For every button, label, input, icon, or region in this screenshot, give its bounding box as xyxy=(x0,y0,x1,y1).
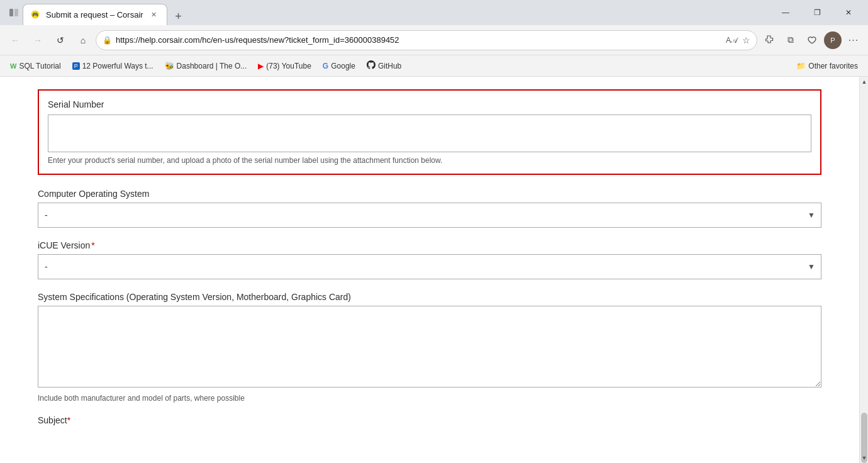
bookmark-youtube[interactable]: ▶ (73) YouTube xyxy=(253,60,316,72)
computer-os-section: Computer Operating System - Windows 10 W… xyxy=(38,189,821,228)
subject-required-marker: * xyxy=(67,415,70,425)
bookmarks-bar: W SQL Tutorial P 12 Powerful Ways t... 🐝… xyxy=(0,55,868,77)
icue-version-label: iCUE Version* xyxy=(38,240,821,250)
serial-number-input[interactable] xyxy=(48,114,811,152)
favorites-sidebar-btn[interactable] xyxy=(803,31,821,50)
split-view-btn[interactable]: ⧉ xyxy=(781,31,800,50)
bookmark-dashboard[interactable]: 🐝 Dashboard | The O... xyxy=(160,60,252,72)
subject-label: Subject* xyxy=(38,415,821,425)
scroll-area: Serial Number Enter your product's seria… xyxy=(0,77,859,463)
other-favorites-btn[interactable]: 📁 Other favorites xyxy=(791,60,863,72)
computer-os-dropdown-wrapper: - Windows 10 Windows 11 macOS Linux ▼ xyxy=(38,203,821,228)
system-specs-label: System Specifications (Operating System … xyxy=(38,292,821,302)
tab-title: Submit a request – Corsair xyxy=(46,10,143,20)
github-favicon xyxy=(367,60,376,71)
icue-version-section: iCUE Version* - 4.x 5.x ▼ xyxy=(38,240,821,279)
svg-rect-1 xyxy=(14,9,18,16)
profile-avatar[interactable]: P xyxy=(824,31,842,49)
lock-icon: 🔒 xyxy=(103,36,112,45)
icue-version-dropdown-wrapper: - 4.x 5.x ▼ xyxy=(38,254,821,279)
forward-btn[interactable]: → xyxy=(28,30,48,50)
computer-os-select[interactable]: - Windows 10 Windows 11 macOS Linux xyxy=(38,203,821,228)
scroll-down-btn[interactable]: ▼ xyxy=(860,453,868,463)
other-favorites-label: Other favorites xyxy=(808,62,858,70)
dashboard-favicon: 🐝 xyxy=(165,62,174,70)
sidebar-toggle-btn[interactable] xyxy=(5,4,23,21)
url-actions: A𝒜 ☆ xyxy=(726,35,750,45)
subject-section: Subject* xyxy=(38,415,821,425)
bookmark-github-label: GitHub xyxy=(378,62,401,70)
extensions-btn[interactable] xyxy=(760,31,779,50)
favorites-icon[interactable]: ☆ xyxy=(742,35,750,45)
title-bar: 🎮 Submit a request – Corsair ✕ + — ❐ ✕ xyxy=(0,0,868,25)
tab-close-btn[interactable]: ✕ xyxy=(148,9,159,20)
tab-strip: 🎮 Submit a request – Corsair ✕ + xyxy=(23,0,771,25)
bookmark-dashboard-label: Dashboard | The O... xyxy=(177,62,247,70)
serial-number-label: Serial Number xyxy=(48,99,811,109)
new-tab-btn[interactable]: + xyxy=(170,8,187,25)
page-content: Serial Number Enter your product's seria… xyxy=(0,77,859,463)
bookmark-google[interactable]: G Google xyxy=(318,60,360,72)
home-btn[interactable]: ⌂ xyxy=(73,30,93,50)
scrollbar[interactable]: ▲ ▼ xyxy=(859,77,868,463)
system-specs-hint: Include both manufacturer and model of p… xyxy=(38,394,821,403)
close-btn[interactable]: ✕ xyxy=(834,0,863,25)
youtube-favicon: ▶ xyxy=(258,62,264,70)
google-favicon: G xyxy=(323,62,328,70)
powerful-ways-favicon: P xyxy=(72,62,80,70)
folder-icon: 📁 xyxy=(796,62,806,70)
serial-number-hint: Enter your product's serial number, and … xyxy=(48,156,811,165)
bookmark-sql-tutorial[interactable]: W SQL Tutorial xyxy=(5,60,66,72)
tab-favicon: 🎮 xyxy=(31,10,41,20)
back-btn[interactable]: ← xyxy=(5,30,25,50)
active-tab[interactable]: 🎮 Submit a request – Corsair ✕ xyxy=(23,4,167,25)
system-specs-section: System Specifications (Operating System … xyxy=(38,292,821,403)
svg-rect-0 xyxy=(9,9,13,16)
title-bar-left xyxy=(5,4,23,21)
system-specs-textarea[interactable] xyxy=(38,306,821,388)
scroll-up-btn[interactable]: ▲ xyxy=(860,77,868,87)
window-controls: — ❐ ✕ xyxy=(771,0,863,25)
computer-os-label: Computer Operating System xyxy=(38,189,821,199)
bookmark-powerful-label: 12 Powerful Ways t... xyxy=(82,62,153,70)
svg-text:🎮: 🎮 xyxy=(32,11,38,18)
bookmark-powerful-ways[interactable]: P 12 Powerful Ways t... xyxy=(67,60,159,72)
address-bar: ← → ↺ ⌂ 🔒 https://help.corsair.com/hc/en… xyxy=(0,25,868,55)
icue-version-select[interactable]: - 4.x 5.x xyxy=(38,254,821,279)
bookmark-github[interactable]: GitHub xyxy=(362,59,406,73)
refresh-btn[interactable]: ↺ xyxy=(50,30,70,50)
maximize-btn[interactable]: ❐ xyxy=(803,0,832,25)
read-aloud-icon[interactable]: A𝒜 xyxy=(726,36,737,45)
minimize-btn[interactable]: — xyxy=(771,0,800,25)
url-bar[interactable]: 🔒 https://help.corsair.com/hc/en-us/requ… xyxy=(96,30,757,50)
bookmark-youtube-label: (73) YouTube xyxy=(266,62,311,70)
bookmark-sql-label: SQL Tutorial xyxy=(19,62,60,70)
sql-favicon: W xyxy=(10,62,16,70)
bookmark-google-label: Google xyxy=(331,62,355,70)
serial-number-section: Serial Number Enter your product's seria… xyxy=(38,89,821,175)
more-options-btn[interactable]: ··· xyxy=(844,31,863,50)
icue-required-marker: * xyxy=(91,240,94,250)
url-text: https://help.corsair.com/hc/en-us/reques… xyxy=(116,35,722,45)
browser-content: Serial Number Enter your product's seria… xyxy=(0,77,868,463)
